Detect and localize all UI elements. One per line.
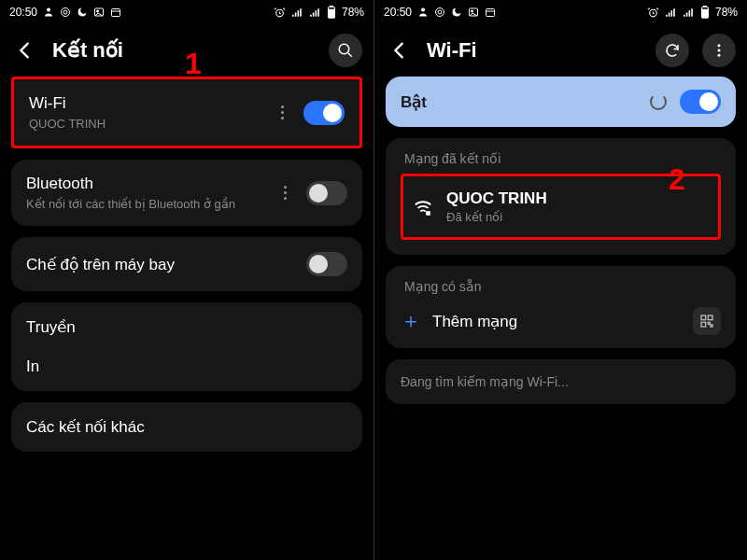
available-section-label: Mạng có sẵn — [401, 279, 721, 301]
wifi-enable-toggle[interactable] — [680, 90, 721, 114]
svg-point-23 — [718, 54, 721, 57]
more-connections-label: Các kết nối khác — [26, 417, 347, 437]
bluetooth-row[interactable]: Bluetooth Kết nối tới các thiết bị Bluet… — [11, 160, 362, 226]
svg-rect-9 — [330, 9, 334, 17]
target-icon — [60, 7, 71, 18]
status-bar: 20:50 78% — [374, 0, 747, 24]
svg-point-21 — [718, 44, 721, 47]
status-bar: 20:50 78% — [0, 0, 374, 24]
status-time: 20:50 — [9, 6, 37, 19]
loading-spinner-icon — [650, 93, 667, 110]
wifi-toggle[interactable] — [303, 101, 345, 125]
airplane-label: Chế độ trên máy bay — [26, 255, 297, 274]
svg-point-11 — [421, 8, 425, 12]
svg-rect-25 — [427, 212, 430, 215]
person-icon — [417, 7, 429, 18]
svg-point-0 — [47, 8, 50, 12]
battery-icon — [700, 6, 710, 19]
crescent-icon — [77, 7, 88, 18]
signal-icon — [309, 7, 321, 19]
svg-point-4 — [97, 10, 99, 12]
more-icon[interactable] — [274, 105, 290, 119]
calendar-icon — [485, 7, 496, 18]
svg-point-10 — [339, 44, 349, 54]
wifi-lock-icon — [413, 197, 433, 217]
signal-icon — [665, 7, 677, 19]
network-name: QUOC TRINH — [446, 189, 547, 208]
overflow-button[interactable] — [702, 34, 736, 67]
network-status: Đã kết nối — [446, 210, 547, 224]
svg-rect-28 — [701, 322, 706, 327]
wifi-label: Wi-Fi — [29, 94, 264, 113]
scanning-status: Đang tìm kiếm mạng Wi-Fi... — [386, 359, 736, 404]
wifi-enable-label: Bật — [401, 92, 427, 112]
svg-rect-19 — [704, 6, 707, 7]
available-networks-card: Mạng có sẵn ＋ Thêm mạng — [386, 266, 736, 348]
plus-icon: ＋ — [401, 307, 419, 335]
connections-settings-screen: 20:50 78% Kết nối Wi-Fi — [0, 0, 374, 560]
status-battery-pct: 78% — [715, 6, 738, 19]
signal-icon — [291, 7, 303, 19]
calendar-icon — [110, 7, 121, 18]
alarm-icon — [274, 7, 286, 19]
target-icon — [434, 7, 445, 18]
back-button[interactable] — [386, 36, 414, 64]
svg-rect-8 — [331, 6, 333, 7]
image-icon — [93, 7, 105, 18]
alarm-icon — [647, 7, 659, 19]
bluetooth-toggle[interactable] — [306, 181, 347, 205]
cast-label: Truyền — [26, 317, 347, 337]
wifi-settings-screen: 20:50 78% Wi-Fi Bật — [374, 0, 747, 560]
svg-rect-26 — [701, 315, 706, 320]
svg-point-1 — [62, 8, 70, 17]
image-icon — [468, 7, 479, 18]
header: Wi-Fi — [374, 24, 747, 77]
wifi-row[interactable]: Wi-Fi QUOC TRINH — [11, 77, 362, 148]
person-icon — [43, 7, 54, 18]
svg-point-22 — [718, 49, 721, 52]
more-icon[interactable] — [276, 186, 293, 200]
battery-icon — [327, 6, 336, 19]
page-title: Wi-Fi — [427, 38, 642, 63]
back-button[interactable] — [11, 36, 39, 64]
svg-rect-5 — [112, 9, 120, 17]
wifi-sub: QUOC TRINH — [29, 117, 264, 131]
svg-rect-20 — [703, 9, 708, 17]
print-row[interactable]: In — [26, 357, 347, 376]
status-time: 20:50 — [384, 6, 412, 19]
annotation-step-2: 2 — [669, 162, 685, 197]
svg-point-2 — [63, 10, 67, 14]
print-label: In — [26, 357, 347, 376]
add-network-row[interactable]: ＋ Thêm mạng — [401, 307, 721, 335]
svg-point-15 — [472, 10, 473, 12]
crescent-icon — [451, 7, 462, 18]
more-connections-row[interactable]: Các kết nối khác — [11, 402, 362, 452]
search-button[interactable] — [329, 34, 362, 67]
signal-icon — [683, 7, 695, 19]
bluetooth-label: Bluetooth — [26, 175, 267, 193]
qr-scan-button[interactable] — [693, 307, 721, 335]
svg-rect-27 — [708, 315, 712, 320]
wifi-enable-row[interactable]: Bật — [386, 77, 736, 127]
bluetooth-sub: Kết nối tới các thiết bị Bluetooth ở gần — [26, 197, 267, 211]
svg-point-12 — [436, 8, 444, 17]
svg-point-13 — [438, 10, 442, 14]
add-network-label: Thêm mạng — [432, 312, 517, 331]
cast-row[interactable]: Truyền — [26, 317, 347, 337]
airplane-toggle[interactable] — [306, 252, 347, 276]
annotation-step-1: 1 — [185, 47, 202, 81]
refresh-button[interactable] — [655, 34, 689, 67]
cast-print-card: Truyền In — [11, 302, 362, 391]
svg-rect-16 — [486, 9, 495, 17]
airplane-row[interactable]: Chế độ trên máy bay — [11, 237, 362, 291]
status-battery-pct: 78% — [342, 6, 364, 19]
page-title: Kết nối — [52, 38, 316, 63]
